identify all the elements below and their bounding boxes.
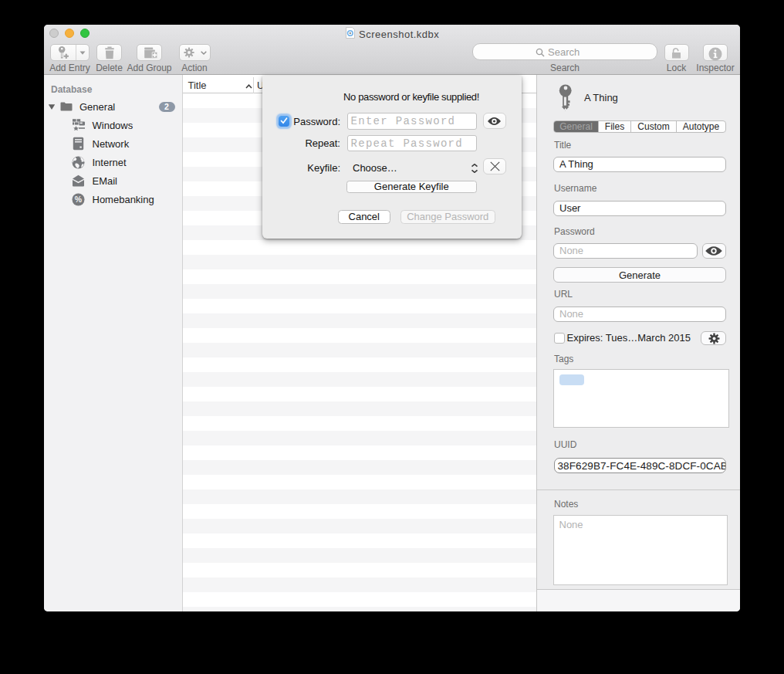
svg-text:%: % [75,195,83,204]
